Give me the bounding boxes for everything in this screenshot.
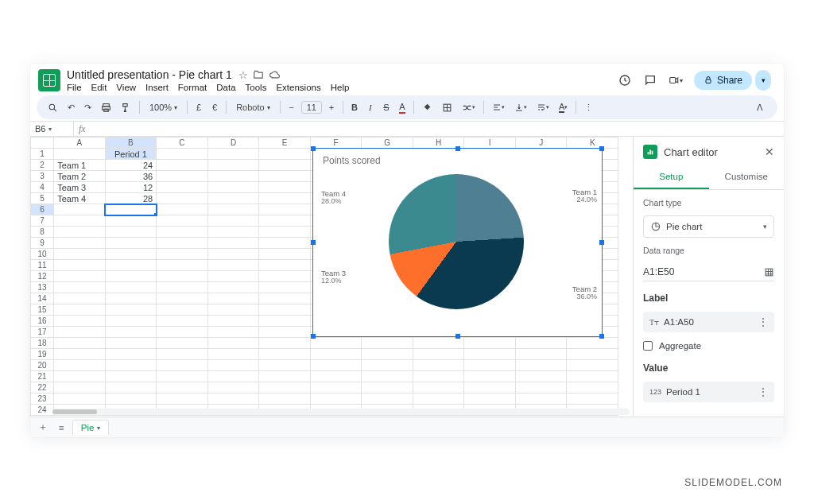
row-header[interactable]: 13 [31,282,54,293]
text-color-button[interactable]: A [396,99,409,116]
cell-b4[interactable]: 12 [105,182,157,193]
borders-button[interactable] [439,99,455,116]
row-header[interactable]: 7 [31,215,54,227]
sheet-tab-pie[interactable]: Pie ▾ [72,420,110,435]
cell-b2[interactable]: 24 [105,160,157,171]
row-header[interactable]: 18 [31,338,54,349]
row-header[interactable]: 3 [31,171,54,182]
spreadsheet-grid[interactable]: A B C D E F G H I J K 1Period 1 2Team 12… [30,137,633,417]
merge-button[interactable]: ▾ [459,99,479,116]
menu-format[interactable]: Format [178,83,207,92]
row-header[interactable]: 10 [31,249,54,260]
cell-a3[interactable]: Team 2 [54,171,106,182]
row-header[interactable]: 16 [31,316,54,327]
col-header-d[interactable]: D [207,138,259,149]
redo-icon[interactable]: ↷ [81,99,95,116]
row-header[interactable]: 8 [31,227,54,238]
cell-b6-selected[interactable] [105,204,157,215]
pie-chart-object[interactable]: Points scored Team 124.0% Team 236.0% Te… [312,148,603,337]
cell-a5[interactable]: Team 4 [54,193,106,204]
comments-icon[interactable] [643,73,657,87]
rotate-button[interactable]: A▾ [556,99,571,116]
row-header[interactable]: 5 [31,193,54,204]
history-icon[interactable] [618,73,632,87]
cell-a4[interactable]: Team 3 [54,182,106,193]
select-all-corner[interactable] [31,138,54,149]
row-header[interactable]: 23 [31,394,54,405]
share-button[interactable]: Share [694,71,752,90]
row-header[interactable]: 9 [31,238,54,249]
document-title[interactable]: Untitled presentation - Pie chart 1 [67,68,232,81]
data-range-input[interactable]: A1:E50 [643,263,774,281]
wrap-button[interactable]: ▾ [533,99,552,116]
row-header[interactable]: 11 [31,260,54,271]
all-sheets-button[interactable]: ≡ [56,421,68,434]
valign-button[interactable]: ▾ [511,99,530,116]
fill-color-button[interactable] [419,99,436,116]
col-header-a[interactable]: A [54,138,106,149]
sheets-logo[interactable] [38,69,60,91]
print-icon[interactable] [98,99,114,116]
menu-edit[interactable]: Edit [91,83,107,92]
menu-insert[interactable]: Insert [145,83,169,92]
close-icon[interactable]: ✕ [765,145,774,158]
col-header-e[interactable]: E [259,138,311,149]
value-chip[interactable]: 123 Period 1 ⋮ [643,382,774,402]
menu-extensions[interactable]: Extensions [276,83,320,92]
zoom-select[interactable]: 100% ▾ [145,100,182,114]
row-header[interactable]: 2 [31,160,54,171]
cell-b3[interactable]: 36 [105,171,157,182]
col-header-f[interactable]: F [310,138,362,149]
tab-customise[interactable]: Customise [709,165,785,189]
row-header[interactable]: 14 [31,293,54,304]
row-header[interactable]: 15 [31,304,54,316]
col-header-i[interactable]: I [464,138,516,149]
row-header[interactable]: 12 [31,271,54,282]
share-dropdown[interactable]: ▾ [755,70,771,91]
menu-view[interactable]: View [116,83,136,92]
meet-icon[interactable]: ▾ [669,73,683,87]
cell-b1[interactable]: Period 1 [105,149,157,160]
star-icon[interactable]: ☆ [238,69,248,81]
collapse-toolbar-icon[interactable]: ᐱ [750,100,769,115]
row-header[interactable]: 19 [31,349,54,360]
move-icon[interactable] [253,69,264,81]
more-toolbar-icon[interactable]: ⋮ [581,99,596,116]
fontsize-decrease[interactable]: − [285,99,298,116]
menu-data[interactable]: Data [216,83,235,92]
menu-help[interactable]: Help [331,83,350,92]
row-header[interactable]: 20 [31,360,54,371]
label-more-icon[interactable]: ⋮ [758,316,768,328]
row-header[interactable]: 17 [31,327,54,338]
label-chip[interactable]: Tᴛ A1:A50 ⋮ [643,312,774,332]
row-header[interactable]: 6 [31,204,54,215]
halign-button[interactable]: ▾ [489,99,508,116]
currency1-button[interactable]: £ [192,99,205,116]
value-more-icon[interactable]: ⋮ [758,386,768,397]
row-header[interactable]: 1 [31,149,54,160]
search-icon[interactable] [45,99,61,116]
col-header-b[interactable]: B [105,138,157,149]
tab-setup[interactable]: Setup [634,165,709,189]
menu-tools[interactable]: Tools [246,83,267,92]
select-range-icon[interactable] [764,267,774,277]
col-header-k[interactable]: K [567,138,618,149]
currency2-button[interactable]: € [208,99,221,116]
col-header-g[interactable]: G [362,138,413,149]
row-header[interactable]: 21 [31,371,54,382]
bold-button[interactable]: B [348,99,361,116]
fontsize-input[interactable]: 11 [301,101,322,114]
chart-type-select[interactable]: Pie chart▾ [643,215,774,238]
paint-format-icon[interactable] [118,99,134,116]
undo-icon[interactable]: ↶ [64,99,78,116]
row-header[interactable]: 24 [31,405,54,416]
aggregate-checkbox[interactable]: Aggregate [643,340,774,351]
strike-button[interactable]: S [380,99,393,116]
add-sheet-button[interactable]: ＋ [35,420,51,435]
col-header-c[interactable]: C [157,138,208,149]
italic-button[interactable]: I [364,99,377,116]
fontsize-increase[interactable]: + [325,99,338,116]
menu-file[interactable]: File [67,83,82,92]
cell-a2[interactable]: Team 1 [54,160,106,171]
font-select[interactable]: Roboto ▾ [231,100,274,114]
